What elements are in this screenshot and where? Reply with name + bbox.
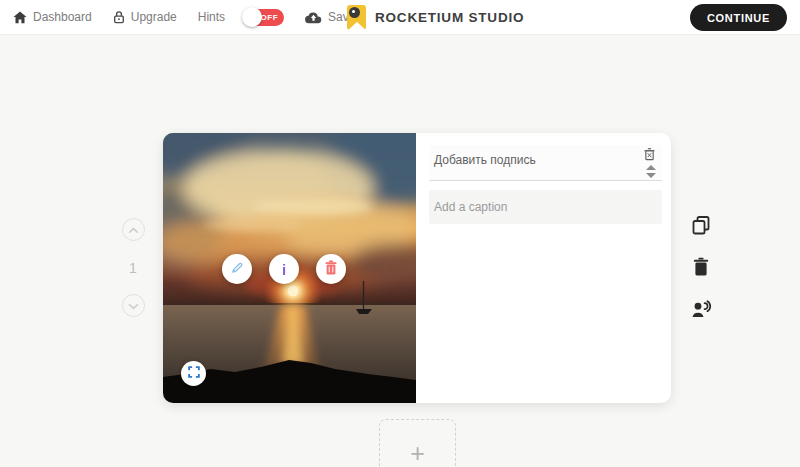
caption-stepper [646, 165, 656, 178]
caption-panel: Добавить подпись Add a caption [416, 133, 671, 403]
cloud-upload-icon [305, 11, 322, 24]
pager-down-button[interactable] [122, 294, 145, 317]
caption-input[interactable]: Добавить подпись [429, 145, 662, 181]
delete-scene-button[interactable] [690, 257, 712, 279]
scene-index: 1 [129, 260, 137, 276]
brand-name: ROCKETIUM STUDIO [375, 10, 524, 25]
nav-dashboard[interactable]: Dashboard [13, 10, 92, 24]
duplicate-icon [691, 215, 711, 238]
caption-textarea-placeholder: Add a caption [434, 200, 507, 214]
voiceover-button[interactable] [690, 299, 712, 321]
info-button[interactable]: i [269, 254, 299, 284]
plus-icon: + [380, 441, 455, 466]
trash-icon [324, 260, 338, 278]
chevron-down-icon [128, 298, 139, 313]
nav-hints: Hints OFF [198, 9, 284, 26]
pager-up-button[interactable] [122, 218, 145, 241]
hints-toggle-track[interactable]: OFF [244, 9, 284, 26]
lock-icon [113, 10, 125, 24]
duplicate-scene-button[interactable] [690, 215, 712, 237]
continue-button[interactable]: CONTINUE [690, 4, 787, 31]
caption-input-value: Добавить подпись [434, 153, 536, 167]
home-icon [13, 11, 27, 24]
expand-icon [188, 366, 200, 381]
chevron-up-icon [128, 222, 139, 237]
nav-upgrade-label: Upgrade [131, 10, 177, 24]
expand-media-button[interactable] [181, 361, 206, 386]
brand-logo: ROCKETIUM STUDIO [347, 0, 524, 35]
nav-hints-label: Hints [198, 10, 225, 24]
edit-media-button[interactable] [222, 254, 252, 284]
scene-card: i Добавить подпись A [163, 133, 671, 403]
scene-media[interactable]: i [163, 133, 416, 403]
clear-caption-button[interactable] [641, 147, 658, 164]
voiceover-icon [691, 299, 712, 321]
scene-toolbar [690, 215, 712, 321]
delete-media-button[interactable] [316, 254, 346, 284]
nav-upgrade[interactable]: Upgrade [113, 10, 177, 24]
small-trash-icon [643, 147, 656, 164]
nav-dashboard-label: Dashboard [33, 10, 92, 24]
hints-toggle-knob[interactable] [242, 7, 262, 27]
top-navbar: Dashboard Upgrade Hints OFF Save [0, 0, 800, 35]
hints-toggle-state: OFF [261, 13, 279, 22]
pencil-icon [230, 261, 244, 278]
caption-textarea[interactable]: Add a caption [429, 190, 662, 224]
delete-icon [692, 257, 710, 279]
add-scene-button[interactable]: + [379, 419, 456, 467]
nav-left-group: Dashboard Upgrade Hints OFF Save [13, 0, 355, 34]
scene-pager: 1 [121, 218, 145, 317]
info-icon: i [282, 262, 286, 277]
rocketium-logo-icon [347, 5, 366, 30]
arrow-up-icon[interactable] [646, 165, 656, 170]
hints-toggle[interactable]: OFF [244, 9, 284, 26]
arrow-down-icon[interactable] [646, 173, 656, 178]
